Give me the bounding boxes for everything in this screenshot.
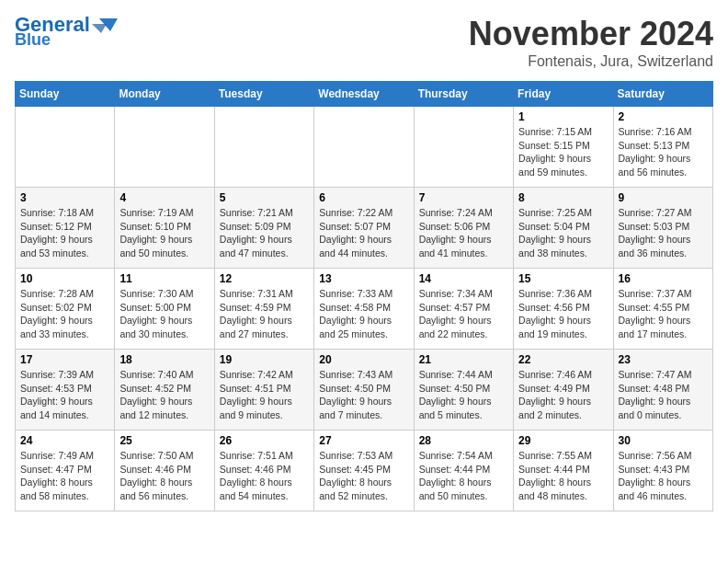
day-info: Sunrise: 7:21 AM Sunset: 5:09 PM Dayligh… <box>220 206 309 260</box>
calendar-cell: 3Sunrise: 7:18 AM Sunset: 5:12 PM Daylig… <box>16 188 115 269</box>
day-info: Sunrise: 7:25 AM Sunset: 5:04 PM Dayligh… <box>518 206 608 260</box>
day-info: Sunrise: 7:56 AM Sunset: 4:43 PM Dayligh… <box>619 449 708 503</box>
calendar-cell: 12Sunrise: 7:31 AM Sunset: 4:59 PM Dayli… <box>214 269 313 350</box>
calendar-week-row: 3Sunrise: 7:18 AM Sunset: 5:12 PM Daylig… <box>16 188 713 269</box>
day-info: Sunrise: 7:46 AM Sunset: 4:49 PM Dayligh… <box>518 368 608 422</box>
day-number: 8 <box>518 191 608 204</box>
day-info: Sunrise: 7:55 AM Sunset: 4:44 PM Dayligh… <box>518 449 608 503</box>
calendar-cell: 21Sunrise: 7:44 AM Sunset: 4:50 PM Dayli… <box>414 350 513 431</box>
calendar-cell <box>314 107 414 188</box>
day-info: Sunrise: 7:43 AM Sunset: 4:50 PM Dayligh… <box>319 368 408 422</box>
day-number: 7 <box>419 191 508 204</box>
calendar-cell: 8Sunrise: 7:25 AM Sunset: 5:04 PM Daylig… <box>514 188 613 269</box>
day-info: Sunrise: 7:47 AM Sunset: 4:48 PM Dayligh… <box>619 368 708 422</box>
calendar-cell: 18Sunrise: 7:40 AM Sunset: 4:52 PM Dayli… <box>115 350 214 431</box>
day-info: Sunrise: 7:50 AM Sunset: 4:46 PM Dayligh… <box>119 449 209 503</box>
day-number: 28 <box>419 434 508 447</box>
logo-blue-text: Blue <box>15 31 51 48</box>
day-number: 11 <box>119 272 209 285</box>
day-number: 25 <box>119 434 209 447</box>
calendar-cell <box>214 107 313 188</box>
title-block: November 2024 Fontenais, Jura, Switzerla… <box>469 15 713 70</box>
day-number: 22 <box>518 353 608 366</box>
day-number: 24 <box>20 434 109 447</box>
calendar-cell: 9Sunrise: 7:27 AM Sunset: 5:03 PM Daylig… <box>613 188 712 269</box>
calendar-cell <box>115 107 214 188</box>
day-info: Sunrise: 7:31 AM Sunset: 4:59 PM Dayligh… <box>220 287 309 341</box>
day-number: 14 <box>419 272 508 285</box>
day-info: Sunrise: 7:36 AM Sunset: 4:56 PM Dayligh… <box>518 287 608 341</box>
day-info: Sunrise: 7:39 AM Sunset: 4:53 PM Dayligh… <box>20 368 109 422</box>
calendar-week-row: 24Sunrise: 7:49 AM Sunset: 4:47 PM Dayli… <box>16 431 713 511</box>
day-info: Sunrise: 7:24 AM Sunset: 5:06 PM Dayligh… <box>419 206 508 260</box>
day-number: 15 <box>518 272 608 285</box>
day-info: Sunrise: 7:19 AM Sunset: 5:10 PM Dayligh… <box>119 206 209 260</box>
calendar-cell: 4Sunrise: 7:19 AM Sunset: 5:10 PM Daylig… <box>115 188 214 269</box>
calendar-week-row: 10Sunrise: 7:28 AM Sunset: 5:02 PM Dayli… <box>16 269 713 350</box>
calendar-cell: 11Sunrise: 7:30 AM Sunset: 5:00 PM Dayli… <box>115 269 214 350</box>
svg-marker-1 <box>92 24 107 33</box>
day-number: 20 <box>319 353 408 366</box>
calendar-cell: 29Sunrise: 7:55 AM Sunset: 4:44 PM Dayli… <box>514 431 613 511</box>
day-number: 23 <box>619 353 708 366</box>
day-info: Sunrise: 7:33 AM Sunset: 4:58 PM Dayligh… <box>319 287 408 341</box>
day-header-wednesday: Wednesday <box>314 82 414 107</box>
day-number: 9 <box>619 191 708 204</box>
day-number: 6 <box>319 191 408 204</box>
day-number: 3 <box>20 191 109 204</box>
calendar-cell: 23Sunrise: 7:47 AM Sunset: 4:48 PM Dayli… <box>613 350 712 431</box>
calendar-cell: 1Sunrise: 7:15 AM Sunset: 5:15 PM Daylig… <box>514 107 613 188</box>
calendar-cell: 17Sunrise: 7:39 AM Sunset: 4:53 PM Dayli… <box>16 350 115 431</box>
day-number: 21 <box>419 353 508 366</box>
calendar-cell: 27Sunrise: 7:53 AM Sunset: 4:45 PM Dayli… <box>314 431 414 511</box>
day-header-monday: Monday <box>115 82 214 107</box>
calendar-cell: 22Sunrise: 7:46 AM Sunset: 4:49 PM Dayli… <box>514 350 613 431</box>
calendar-cell: 10Sunrise: 7:28 AM Sunset: 5:02 PM Dayli… <box>16 269 115 350</box>
day-header-tuesday: Tuesday <box>214 82 313 107</box>
day-number: 30 <box>619 434 708 447</box>
day-info: Sunrise: 7:30 AM Sunset: 5:00 PM Dayligh… <box>119 287 209 341</box>
calendar-week-row: 17Sunrise: 7:39 AM Sunset: 4:53 PM Dayli… <box>16 350 713 431</box>
calendar-cell <box>414 107 513 188</box>
calendar-cell: 19Sunrise: 7:42 AM Sunset: 4:51 PM Dayli… <box>214 350 313 431</box>
calendar-cell: 26Sunrise: 7:51 AM Sunset: 4:46 PM Dayli… <box>214 431 313 511</box>
calendar-cell: 13Sunrise: 7:33 AM Sunset: 4:58 PM Dayli… <box>314 269 414 350</box>
day-number: 29 <box>518 434 608 447</box>
page-header: General Blue November 2024 Fontenais, Ju… <box>15 15 713 70</box>
logo: General Blue <box>15 15 121 48</box>
day-header-friday: Friday <box>514 82 613 107</box>
day-info: Sunrise: 7:28 AM Sunset: 5:02 PM Dayligh… <box>20 287 109 341</box>
calendar-week-row: 1Sunrise: 7:15 AM Sunset: 5:15 PM Daylig… <box>16 107 713 188</box>
day-info: Sunrise: 7:18 AM Sunset: 5:12 PM Dayligh… <box>20 206 109 260</box>
day-header-saturday: Saturday <box>613 82 712 107</box>
day-info: Sunrise: 7:27 AM Sunset: 5:03 PM Dayligh… <box>619 206 708 260</box>
calendar-header-row: SundayMondayTuesdayWednesdayThursdayFrid… <box>16 82 713 107</box>
day-number: 1 <box>518 110 608 123</box>
day-number: 4 <box>119 191 209 204</box>
location-text: Fontenais, Jura, Switzerland <box>469 53 713 70</box>
calendar-cell: 28Sunrise: 7:54 AM Sunset: 4:44 PM Dayli… <box>414 431 513 511</box>
day-info: Sunrise: 7:40 AM Sunset: 4:52 PM Dayligh… <box>119 368 209 422</box>
day-number: 13 <box>319 272 408 285</box>
day-info: Sunrise: 7:54 AM Sunset: 4:44 PM Dayligh… <box>419 449 508 503</box>
calendar-cell: 2Sunrise: 7:16 AM Sunset: 5:13 PM Daylig… <box>613 107 712 188</box>
day-info: Sunrise: 7:51 AM Sunset: 4:46 PM Dayligh… <box>220 449 309 503</box>
day-header-sunday: Sunday <box>16 82 115 107</box>
day-info: Sunrise: 7:53 AM Sunset: 4:45 PM Dayligh… <box>319 449 408 503</box>
calendar-cell: 5Sunrise: 7:21 AM Sunset: 5:09 PM Daylig… <box>214 188 313 269</box>
calendar-cell <box>16 107 115 188</box>
day-info: Sunrise: 7:22 AM Sunset: 5:07 PM Dayligh… <box>319 206 408 260</box>
calendar-cell: 25Sunrise: 7:50 AM Sunset: 4:46 PM Dayli… <box>115 431 214 511</box>
day-info: Sunrise: 7:42 AM Sunset: 4:51 PM Dayligh… <box>220 368 309 422</box>
day-info: Sunrise: 7:16 AM Sunset: 5:13 PM Dayligh… <box>619 125 708 179</box>
day-number: 12 <box>220 272 309 285</box>
calendar-cell: 7Sunrise: 7:24 AM Sunset: 5:06 PM Daylig… <box>414 188 513 269</box>
calendar-cell: 30Sunrise: 7:56 AM Sunset: 4:43 PM Dayli… <box>613 431 712 511</box>
calendar-cell: 24Sunrise: 7:49 AM Sunset: 4:47 PM Dayli… <box>16 431 115 511</box>
calendar-cell: 15Sunrise: 7:36 AM Sunset: 4:56 PM Dayli… <box>514 269 613 350</box>
calendar-table: SundayMondayTuesdayWednesdayThursdayFrid… <box>15 81 713 511</box>
day-header-thursday: Thursday <box>414 82 513 107</box>
day-info: Sunrise: 7:15 AM Sunset: 5:15 PM Dayligh… <box>518 125 608 179</box>
day-info: Sunrise: 7:37 AM Sunset: 4:55 PM Dayligh… <box>619 287 708 341</box>
day-number: 10 <box>20 272 109 285</box>
